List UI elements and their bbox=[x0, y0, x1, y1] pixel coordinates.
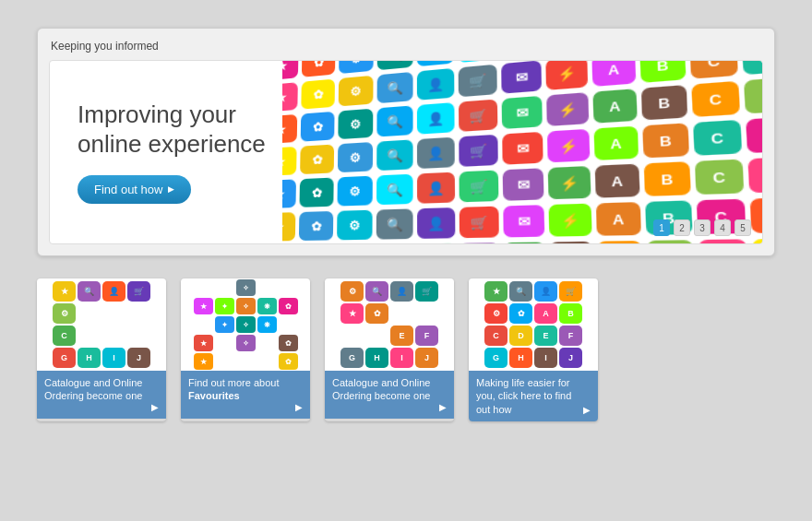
card-image-1: ★🔍👤🛒⚙CGHIJ bbox=[37, 278, 166, 371]
page-wrapper: Keeping you informed Improving your onli… bbox=[37, 28, 775, 421]
card-image-2: ✧★✦✧❋✿✦✧❋★✧✿★✿ bbox=[181, 278, 310, 371]
card-favourites[interactable]: ✧★✦✧❋✿✦✧❋★✧✿★✿ Find out more about Favou… bbox=[181, 278, 310, 421]
card3-grid: ⚙🔍👤🛒★✿EFGHIJ bbox=[333, 278, 446, 371]
hero-content: Improving your online experience Find ou… bbox=[50, 82, 345, 221]
pagination: 1 2 3 4 5 bbox=[653, 219, 751, 236]
page-dot-2[interactable]: 2 bbox=[674, 219, 690, 236]
hero-title: Improving your online experience bbox=[78, 101, 317, 158]
card4-grid: ★🔍👤🛒⚙✿ABCDEFGHIJ bbox=[477, 278, 590, 371]
card-catalogue-1[interactable]: ★🔍👤🛒⚙CGHIJ Catalogue and Online Ordering… bbox=[37, 278, 166, 421]
page-dot-5[interactable]: 5 bbox=[734, 219, 751, 236]
card-image-4: ★🔍👤🛒⚙✿ABCDEFGHIJ bbox=[469, 278, 598, 371]
card-label-2: Find out more about Favourites ▶ bbox=[181, 371, 310, 419]
card-arrow-2: ▶ bbox=[295, 401, 303, 413]
card-arrow-1: ▶ bbox=[151, 401, 159, 413]
card1-grid: ★🔍👤🛒⚙CGHIJ bbox=[45, 278, 158, 371]
card-label-text-2: Find out more about Favourites bbox=[188, 376, 292, 403]
card-image-3: ⚙🔍👤🛒★✿EFGHIJ bbox=[325, 278, 454, 371]
hero-banner: Improving your online experience Find ou… bbox=[49, 60, 763, 244]
card-arrow-3: ▶ bbox=[439, 401, 447, 413]
hero-icons: ★✿⚙🔍👤🛒✉⚡ABCDE★✿⚙🔍👤🛒✉⚡ABCDE★✿⚙🔍👤🛒✉⚡ABCDE★… bbox=[282, 61, 762, 243]
card-label-3: Catalogue and Online Ordering become one… bbox=[325, 371, 454, 419]
icons-grid: ★✿⚙🔍👤🛒✉⚡ABCDE★✿⚙🔍👤🛒✉⚡ABCDE★✿⚙🔍👤🛒✉⚡ABCDE★… bbox=[282, 61, 762, 243]
card-label-4: Making life easier for you, click here t… bbox=[469, 371, 598, 421]
page-dot-1[interactable]: 1 bbox=[653, 219, 670, 236]
cards-row: ★🔍👤🛒⚙CGHIJ Catalogue and Online Ordering… bbox=[37, 278, 775, 421]
card-label-1: Catalogue and Online Ordering become one… bbox=[37, 371, 166, 419]
card-arrow-4: ▶ bbox=[583, 404, 591, 416]
find-out-how-button[interactable]: Find out how bbox=[78, 175, 191, 204]
panel-title: Keeping you informed bbox=[49, 40, 763, 53]
page-dot-4[interactable]: 4 bbox=[714, 219, 731, 236]
card2-grid: ✧★✦✧❋✿✦✧❋★✧✿★✿ bbox=[188, 278, 304, 371]
page-dot-3[interactable]: 3 bbox=[694, 219, 710, 236]
card-catalogue-2[interactable]: ⚙🔍👤🛒★✿EFGHIJ Catalogue and Online Orderi… bbox=[325, 278, 454, 421]
main-panel: Keeping you informed Improving your onli… bbox=[37, 28, 775, 256]
card-making-life[interactable]: ★🔍👤🛒⚙✿ABCDEFGHIJ Making life easier for … bbox=[469, 278, 598, 421]
